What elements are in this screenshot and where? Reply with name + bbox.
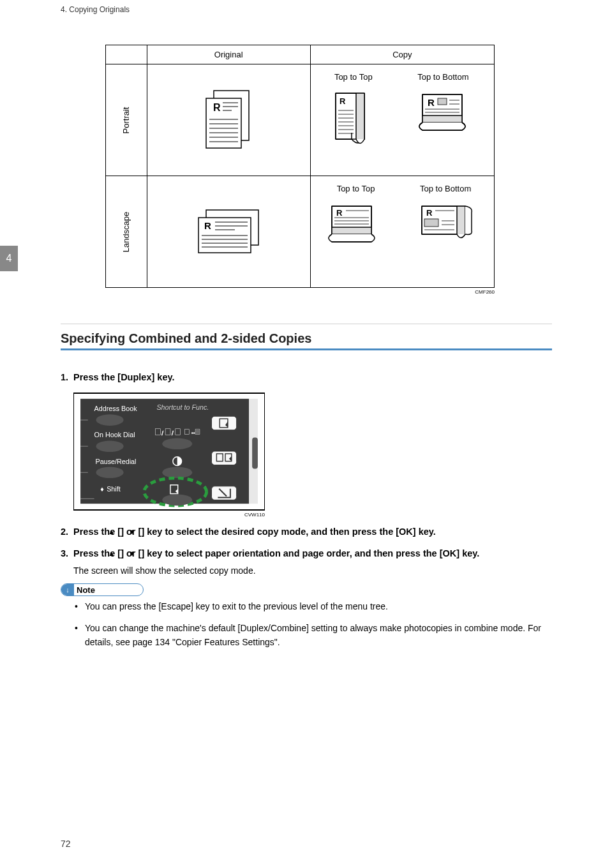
- shift-label: Shift: [107, 484, 121, 492]
- step-2: 2.Press the [▲] or [▼] key to select the…: [61, 525, 552, 539]
- svg-point-81: [96, 414, 124, 426]
- svg-text:/: /: [161, 429, 163, 436]
- pause-label: Pause/Redial: [96, 457, 137, 465]
- portrait-label-cell: Portrait: [106, 64, 147, 176]
- svg-point-100: [162, 438, 192, 449]
- panel-figure-code: CVW110: [73, 512, 265, 518]
- portrait-top-bottom-diagram: R: [411, 88, 475, 139]
- svg-rect-105: [212, 451, 237, 465]
- svg-rect-65: [457, 206, 465, 234]
- step-3: 3.Press the [▲] or [▼] key to select pap…: [61, 547, 552, 561]
- svg-point-83: [96, 440, 124, 452]
- top-to-bottom-label: Top to Bottom: [417, 72, 468, 82]
- original-header: Original: [147, 45, 310, 64]
- shortcut-label: Shortcut to Func.: [156, 403, 209, 411]
- svg-rect-13: [356, 93, 364, 139]
- portrait-original-diagram: R: [193, 81, 264, 158]
- orientation-table: Original Copy Portrait R: [105, 45, 495, 288]
- note-section: ↓ Note • You can press the [Escape] key …: [61, 583, 552, 649]
- svg-text:R: R: [340, 96, 346, 106]
- svg-rect-36: [438, 98, 447, 105]
- svg-rect-80: [252, 437, 258, 468]
- top-to-top-label: Top to Top: [334, 72, 373, 82]
- note-icon: ↓: [61, 583, 74, 596]
- step-3-body: The screen will show the selected copy m…: [73, 565, 552, 576]
- svg-point-102: [162, 467, 192, 478]
- svg-rect-52: [332, 227, 371, 234]
- step-1: 1.Press the [Duplex] key.: [61, 371, 552, 385]
- svg-point-111: [162, 494, 192, 505]
- control-panel-figure: Address Book On Hook Dial Pause/Redial ♦…: [73, 393, 552, 518]
- landscape-original-diagram: R: [187, 202, 270, 260]
- address-book-label: Address Book: [94, 405, 138, 412]
- portrait-top-top-diagram: R: [329, 88, 377, 149]
- note-badge: ↓ Note: [61, 583, 144, 596]
- svg-text:↔: ↔: [190, 429, 196, 435]
- copy-header: Copy: [310, 45, 494, 64]
- svg-text:♦: ♦: [100, 484, 104, 492]
- portrait-label: Portrait: [121, 100, 131, 140]
- svg-text:R: R: [213, 102, 221, 113]
- svg-text:R: R: [204, 220, 211, 231]
- side-tab: 4: [0, 246, 18, 271]
- landscape-top-top-diagram: R: [325, 200, 386, 248]
- landscape-top-bottom-diagram: R: [412, 200, 479, 248]
- landscape-label: Landscape: [121, 211, 131, 252]
- portrait-copy-cell: Top to Top: [310, 64, 494, 176]
- top-to-top-label-2: Top to Top: [337, 184, 375, 193]
- table-figure-code: CMF260: [105, 289, 495, 295]
- svg-text:R: R: [336, 208, 343, 218]
- note-bullet-1: • You can press the [Escape] key to exit…: [75, 600, 552, 614]
- blank-header: [106, 45, 147, 64]
- svg-text:/: /: [172, 429, 174, 436]
- page-number: 72: [61, 839, 71, 849]
- top-to-bottom-label-2: Top to Bottom: [420, 184, 471, 193]
- svg-rect-73: [424, 219, 438, 227]
- landscape-copy-cell: Top to Top: [310, 176, 494, 288]
- note-bullet-2: • You can change the machine's default […: [75, 622, 552, 649]
- on-hook-label: On Hook Dial: [94, 431, 135, 438]
- svg-rect-1: [206, 98, 241, 148]
- svg-text:R: R: [426, 208, 433, 218]
- svg-point-85: [96, 467, 124, 478]
- chapter-header: 4. Copying Originals: [61, 5, 130, 14]
- svg-text:R: R: [428, 97, 435, 108]
- portrait-original-cell: R: [147, 64, 310, 176]
- svg-rect-28: [422, 116, 462, 123]
- landscape-original-cell: R: [147, 176, 310, 288]
- landscape-label-cell: Landscape: [106, 176, 147, 288]
- section-heading: Specifying Combined and 2-sided Copies: [61, 324, 552, 346]
